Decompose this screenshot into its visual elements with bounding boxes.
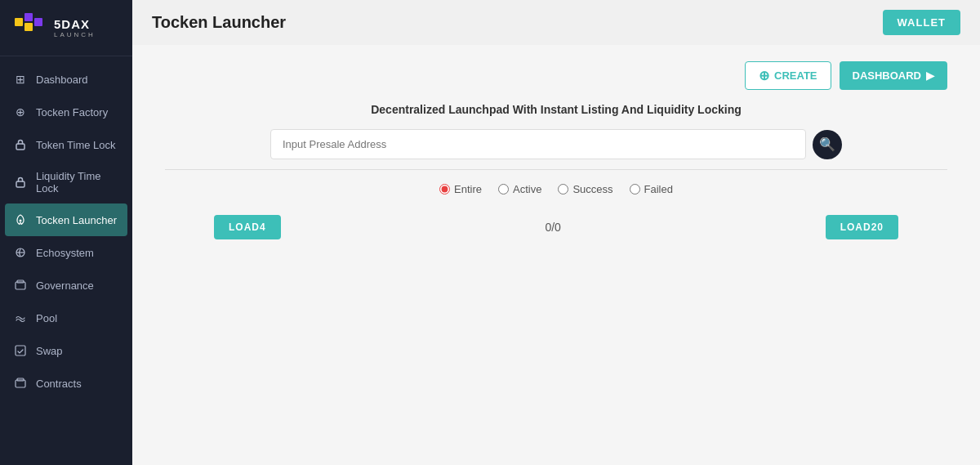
load20-button[interactable]: LOAD20 <box>826 215 898 239</box>
tocken-factory-icon: ⊕ <box>13 105 28 119</box>
dashboard-button[interactable]: DASHBOARD ▶ <box>840 61 948 90</box>
content-area: ⊕ CREATE DASHBOARD ▶ Decentralized Launc… <box>132 45 980 465</box>
arrow-icon: ▶ <box>926 69 934 82</box>
sidebar-item-liquidity-time-lock[interactable]: Liquidity Time Lock <box>0 161 132 203</box>
nav-list: ⊞ Dashboard ⊕ Tocken Factory Token Time … <box>0 56 132 465</box>
svg-rect-4 <box>16 144 24 150</box>
sidebar-item-contracts[interactable]: Contracts <box>0 367 132 400</box>
create-button[interactable]: ⊕ CREATE <box>745 61 831 90</box>
sidebar-item-label: Tocken Factory <box>36 106 108 118</box>
subtitle: Decentralized Launchpad With Instant Lis… <box>371 103 742 116</box>
svg-rect-9 <box>16 346 25 355</box>
tocken-launcher-icon <box>13 212 28 227</box>
sidebar-item-tocken-factory[interactable]: ⊕ Tocken Factory <box>0 96 132 128</box>
load4-button[interactable]: LOAD4 <box>214 215 281 239</box>
governance-icon <box>13 278 28 293</box>
sidebar-item-label: Liquidity Time Lock <box>36 170 119 194</box>
sidebar-item-label: Swap <box>36 345 63 357</box>
sidebar-item-label: Pool <box>36 312 57 324</box>
sidebar-item-echosystem[interactable]: Echosystem <box>0 236 132 269</box>
page-count: 0/0 <box>545 221 560 234</box>
entire-radio[interactable] <box>439 184 450 194</box>
main-area: Tocken Launcher WALLET ⊕ CREATE DASHBOAR… <box>132 0 980 465</box>
echosystem-icon <box>13 245 28 260</box>
sidebar-item-swap[interactable]: Swap <box>0 334 132 367</box>
page-title: Tocken Launcher <box>152 13 286 32</box>
plus-icon: ⊕ <box>759 68 769 83</box>
logo-text-area: 5DAX LAUNCH <box>54 17 96 38</box>
top-buttons: ⊕ CREATE DASHBOARD ▶ <box>745 61 947 90</box>
filter-entire[interactable]: Entire <box>439 183 482 195</box>
header: Tocken Launcher WALLET <box>132 0 980 45</box>
liquidity-time-lock-icon <box>13 175 28 190</box>
active-radio[interactable] <box>498 184 509 194</box>
sidebar-item-dashboard[interactable]: ⊞ Dashboard <box>0 63 132 96</box>
swap-icon <box>13 343 28 358</box>
token-time-lock-icon <box>13 137 28 152</box>
search-input[interactable] <box>270 129 806 159</box>
failed-radio[interactable] <box>630 184 640 194</box>
svg-rect-5 <box>16 181 24 187</box>
logo-name: 5DAX <box>54 17 96 31</box>
pagination-row: LOAD4 0/0 LOAD20 <box>165 215 947 239</box>
svg-rect-2 <box>24 23 33 31</box>
search-row: 🔍 <box>270 129 842 159</box>
wallet-button[interactable]: WALLET <box>883 10 960 35</box>
logo-icon <box>13 11 46 44</box>
svg-rect-1 <box>24 13 33 21</box>
sidebar-item-label: Contracts <box>36 378 82 390</box>
svg-point-6 <box>20 220 22 222</box>
svg-rect-0 <box>15 18 23 26</box>
divider <box>165 169 947 170</box>
sidebar: 5DAX LAUNCH ⊞ Dashboard ⊕ Tocken Factory… <box>0 0 132 465</box>
sidebar-item-governance[interactable]: Governance <box>0 269 132 302</box>
sidebar-item-label: Governance <box>36 279 94 292</box>
filter-active[interactable]: Active <box>498 183 541 195</box>
sidebar-item-tocken-launcher[interactable]: Tocken Launcher <box>5 203 127 236</box>
filter-failed[interactable]: Failed <box>630 183 673 195</box>
svg-rect-3 <box>34 18 42 26</box>
contracts-icon <box>13 376 28 391</box>
filter-success[interactable]: Success <box>558 183 612 195</box>
dashboard-icon: ⊞ <box>13 72 28 87</box>
sidebar-item-pool[interactable]: Pool <box>0 302 132 334</box>
logo-area: 5DAX LAUNCH <box>0 0 132 56</box>
pool-icon <box>13 311 28 325</box>
filter-row: Entire Active Success Failed <box>439 183 673 195</box>
success-radio[interactable] <box>558 184 568 194</box>
search-icon: 🔍 <box>819 136 835 152</box>
sidebar-item-token-time-lock[interactable]: Token Time Lock <box>0 128 132 161</box>
logo-sub: LAUNCH <box>54 31 96 38</box>
sidebar-item-label: Echosystem <box>36 247 94 259</box>
sidebar-item-label: Token Time Lock <box>36 139 116 151</box>
search-button[interactable]: 🔍 <box>813 130 842 159</box>
sidebar-item-label: Dashboard <box>36 74 88 86</box>
sidebar-item-label: Tocken Launcher <box>36 214 117 226</box>
